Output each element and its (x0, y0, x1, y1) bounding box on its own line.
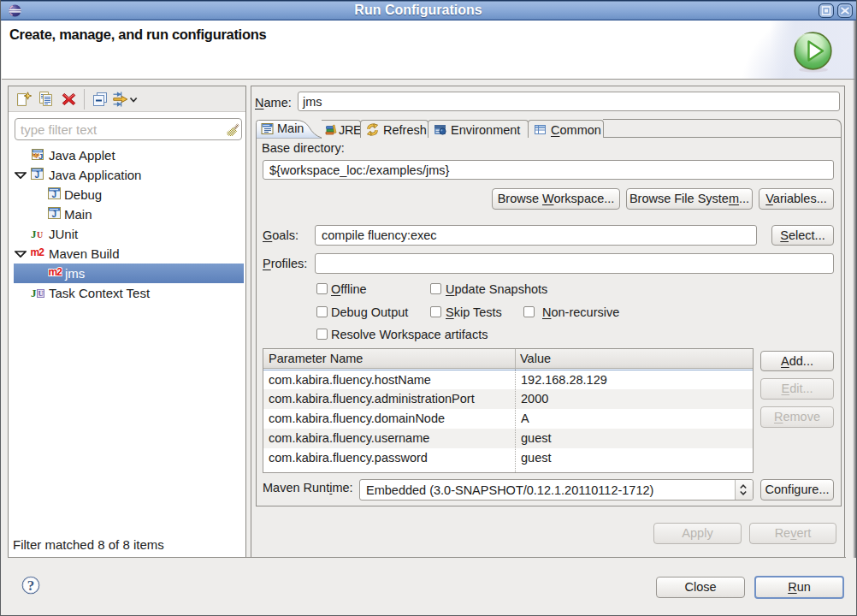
svg-text:J: J (52, 210, 57, 219)
svg-text:m2: m2 (49, 266, 63, 277)
svg-text:U: U (37, 230, 43, 240)
svg-text:m2: m2 (31, 246, 45, 258)
svg-text:J: J (35, 170, 40, 180)
svg-text:U: U (38, 289, 44, 298)
svg-text:J: J (38, 151, 43, 161)
svg-text:?: ? (27, 578, 35, 594)
svg-text:J: J (31, 287, 37, 299)
svg-text:J: J (31, 228, 37, 240)
svg-text:J: J (52, 190, 57, 199)
